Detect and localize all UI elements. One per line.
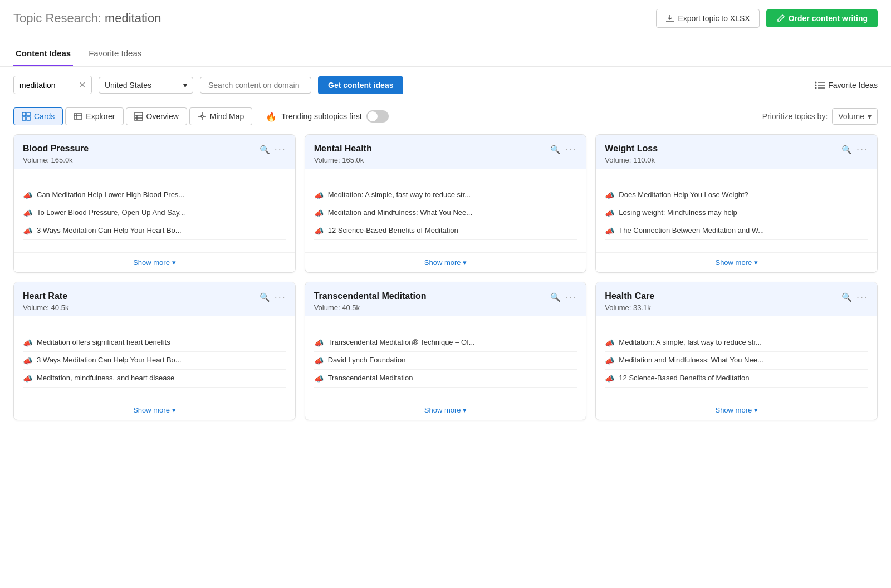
card-item[interactable]: 📣 Meditation, mindfulness, and heart dis…: [23, 370, 286, 388]
svg-rect-13: [135, 112, 143, 120]
view-explorer-button[interactable]: Explorer: [65, 107, 123, 125]
card-item[interactable]: 📣 Meditation: A simple, fast way to redu…: [314, 187, 577, 204]
show-more-link[interactable]: Show more ▾: [14, 252, 295, 272]
card-item-text: Meditation and Mindfulness: What You Nee…: [619, 356, 763, 364]
card-item[interactable]: 📣 12 Science-Based Benefits of Meditatio…: [605, 370, 868, 388]
priority-select[interactable]: Volume ▾: [832, 108, 878, 125]
search-toolbar: ✕ United States ▾ Get content ideas Favo…: [0, 67, 891, 103]
megaphone-icon: 📣: [314, 209, 324, 218]
card-item-text: Does Meditation Help You Lose Weight?: [619, 190, 748, 199]
priority-section: Prioritize topics by: Volume ▾: [762, 108, 878, 125]
card-search-icon[interactable]: 🔍: [841, 292, 852, 302]
title-topic: meditation: [105, 11, 161, 25]
domain-search-input[interactable]: [200, 77, 311, 94]
tab-content-ideas[interactable]: Content Ideas: [13, 42, 73, 66]
card-header: Mental Health Volume: 165.0k 🔍 ···: [305, 135, 586, 169]
megaphone-icon: 📣: [23, 209, 32, 218]
card-item[interactable]: 📣 Meditation: A simple, fast way to redu…: [605, 334, 868, 352]
favorite-ideas-link[interactable]: Favorite Ideas: [815, 81, 878, 90]
tab-favorite-ideas[interactable]: Favorite Ideas: [86, 42, 144, 66]
show-more-link[interactable]: Show more ▾: [305, 400, 586, 420]
card-item-text: Meditation: A simple, fast way to reduce…: [619, 338, 762, 346]
card-item[interactable]: 📣 The Connection Between Meditation and …: [605, 222, 868, 240]
card-actions: 🔍 ···: [260, 144, 286, 155]
card-more-icon[interactable]: ···: [565, 144, 577, 155]
card-more-icon[interactable]: ···: [275, 144, 286, 155]
explorer-icon: [74, 112, 82, 121]
card-more-icon[interactable]: ···: [856, 144, 868, 155]
favorite-label: Favorite Ideas: [828, 81, 878, 90]
card-item[interactable]: 📣 3 Ways Meditation Can Help Your Heart …: [23, 222, 286, 240]
card-actions: 🔍 ···: [550, 144, 577, 155]
card-more-icon[interactable]: ···: [856, 291, 868, 303]
card-item-text: Transcendental Meditation: [328, 374, 413, 382]
show-more-link[interactable]: Show more ▾: [596, 400, 877, 420]
card-volume: Volume: 33.1k: [605, 303, 654, 312]
card-item-text: To Lower Blood Pressure, Open Up And Say…: [37, 208, 185, 217]
country-selector[interactable]: United States ▾: [99, 77, 193, 94]
card-search-icon[interactable]: 🔍: [550, 292, 561, 302]
card-item[interactable]: 📣 Does Meditation Help You Lose Weight?: [605, 187, 868, 204]
card-item-text: Meditation: A simple, fast way to reduce…: [328, 190, 471, 199]
card-body: 📣 Meditation: A simple, fast way to redu…: [305, 169, 586, 252]
clear-keyword-button[interactable]: ✕: [79, 80, 86, 90]
card-item[interactable]: 📣 David Lynch Foundation: [314, 352, 577, 370]
card-search-icon[interactable]: 🔍: [841, 145, 852, 155]
megaphone-icon: 📣: [605, 339, 614, 347]
card-item[interactable]: 📣 12 Science-Based Benefits of Meditatio…: [314, 222, 577, 240]
trending-toggle[interactable]: [366, 110, 389, 122]
card-search-icon[interactable]: 🔍: [260, 292, 270, 302]
card-header: Blood Pressure Volume: 165.0k 🔍 ···: [14, 135, 295, 169]
megaphone-icon: 📣: [314, 191, 324, 200]
megaphone-icon: 📣: [23, 339, 32, 347]
card-actions: 🔍 ···: [550, 291, 577, 303]
priority-value: Volume: [838, 112, 864, 121]
title-static: Topic Research:: [13, 11, 101, 25]
card-more-icon[interactable]: ···: [275, 291, 286, 303]
keyword-input[interactable]: [19, 81, 75, 90]
svg-rect-9: [27, 117, 30, 120]
view-overview-button[interactable]: Overview: [126, 107, 187, 125]
order-content-button[interactable]: Order content writing: [766, 9, 878, 27]
card-item[interactable]: 📣 Transcendental Meditation: [314, 370, 577, 388]
card-volume: Volume: 40.5k: [314, 303, 427, 312]
show-more-link[interactable]: Show more ▾: [596, 252, 877, 272]
cards-icon: [22, 112, 31, 121]
export-button[interactable]: Export topic to XLSX: [656, 9, 759, 28]
card-item[interactable]: 📣 To Lower Blood Pressure, Open Up And S…: [23, 204, 286, 222]
trending-label: Trending subtopics first: [281, 112, 361, 121]
card-title-area: Health Care Volume: 33.1k: [605, 291, 654, 312]
card-actions: 🔍 ···: [260, 291, 286, 303]
card-search-icon[interactable]: 🔍: [550, 145, 561, 155]
mindmap-icon: [198, 112, 207, 121]
card-item[interactable]: 📣 Losing weight: Mindfulness may help: [605, 204, 868, 222]
show-more-link[interactable]: Show more ▾: [14, 400, 295, 420]
card-body: 📣 Transcendental Meditation® Technique –…: [305, 316, 586, 400]
page-header: Topic Research: meditation Export topic …: [0, 0, 891, 37]
view-cards-button[interactable]: Cards: [13, 107, 63, 125]
card-item[interactable]: 📣 Meditation and Mindfulness: What You N…: [605, 352, 868, 370]
card-more-icon[interactable]: ···: [565, 291, 577, 303]
card-item[interactable]: 📣 Meditation offers significant heart be…: [23, 334, 286, 352]
card-title-area: Weight Loss Volume: 110.0k: [605, 144, 658, 164]
svg-rect-7: [27, 112, 30, 116]
svg-point-3: [815, 81, 817, 83]
toggle-knob: [368, 111, 378, 121]
megaphone-icon: 📣: [605, 374, 614, 383]
card-actions: 🔍 ···: [841, 144, 868, 155]
get-ideas-button[interactable]: Get content ideas: [318, 76, 403, 94]
view-mindmap-button[interactable]: Mind Map: [189, 107, 252, 125]
show-more-link[interactable]: Show more ▾: [305, 252, 586, 272]
card-item[interactable]: 📣 Can Meditation Help Lower High Blood P…: [23, 187, 286, 204]
card-item[interactable]: 📣 Transcendental Meditation® Technique –…: [314, 334, 577, 352]
priority-label: Prioritize topics by:: [762, 112, 828, 121]
svg-rect-8: [22, 117, 26, 120]
card-title: Blood Pressure: [23, 144, 89, 154]
card-header: Transcendental Meditation Volume: 40.5k …: [305, 282, 586, 316]
header-actions: Export topic to XLSX Order content writi…: [656, 9, 878, 28]
card-search-icon[interactable]: 🔍: [260, 145, 270, 155]
list-icon: [815, 81, 825, 90]
card-item[interactable]: 📣 Meditation and Mindfulness: What You N…: [314, 204, 577, 222]
card-item[interactable]: 📣 3 Ways Meditation Can Help Your Heart …: [23, 352, 286, 370]
card-item-text: 12 Science-Based Benefits of Meditation: [619, 374, 749, 382]
